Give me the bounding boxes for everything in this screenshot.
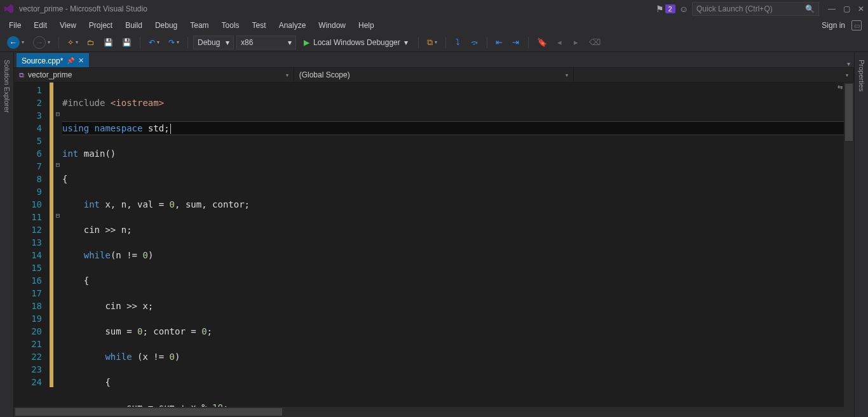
nav-back-button[interactable]: ←▾	[4, 36, 27, 50]
close-tab-icon[interactable]: ✕	[78, 56, 84, 65]
bookmark-icon: 🔖	[537, 37, 547, 47]
title-bar: vector_prime - Microsoft Visual Studio ⚑…	[0, 0, 868, 18]
step-into-button[interactable]: ⤵	[451, 36, 465, 50]
pin-icon[interactable]: 📌	[67, 57, 74, 64]
document-tab-row: Source.cpp* 📌 ✕ ▾	[14, 52, 854, 67]
search-icon: 🔍	[805, 4, 815, 13]
quick-launch-placeholder: Quick Launch (Ctrl+Q)	[696, 4, 801, 13]
outdent-icon: ⇤	[496, 37, 503, 47]
tab-list-dropdown[interactable]: ▾	[843, 60, 854, 67]
navigation-bar: ⧉vector_prime ▾ (Global Scope)▾ ▾	[14, 67, 854, 83]
solution-explorer-tab[interactable]: Solution Explorer	[3, 56, 11, 117]
split-editor-icon[interactable]: ⇆	[837, 84, 843, 91]
notifications-button[interactable]: ⚑ 2	[656, 4, 675, 14]
properties-tab[interactable]: Properties	[858, 56, 865, 95]
arrow-left-icon: ←	[7, 36, 20, 49]
save-all-button[interactable]: 💾	[119, 36, 135, 50]
right-tool-rail: Properties	[854, 52, 868, 417]
minimize-button[interactable]: —	[828, 4, 836, 13]
menu-tools[interactable]: Tools	[217, 19, 245, 32]
start-debugging-button[interactable]: ▶ Local Windows Debugger ▾	[299, 36, 413, 50]
project-dropdown[interactable]: ⧉vector_prime ▾	[14, 68, 294, 82]
menu-test[interactable]: Test	[247, 19, 271, 32]
new-project-icon: ✧	[67, 38, 74, 47]
document-tab[interactable]: Source.cpp* 📌 ✕	[17, 53, 89, 67]
open-file-button[interactable]: 🗀	[84, 36, 98, 50]
play-icon: ▶	[304, 38, 309, 47]
notification-count: 2	[665, 4, 675, 13]
text-cursor	[170, 124, 171, 134]
solution-platform-dropdown[interactable]: x86▾	[236, 36, 296, 50]
indent-icon: ⇥	[512, 37, 519, 47]
menu-project[interactable]: Project	[84, 19, 118, 32]
clear-bookmarks-icon: ⌫	[589, 37, 600, 47]
menu-debug[interactable]: Debug	[150, 19, 182, 32]
menu-build[interactable]: Build	[120, 19, 147, 32]
code-area[interactable]: #include <iostream> using namespace std;…	[62, 83, 854, 417]
standard-toolbar: ←▾ →▾ ✧▾ 🗀 💾 💾 ↶▾ ↷▾ Debug▾ x86▾ ▶ Local…	[0, 33, 868, 52]
process-icon: ⧉	[427, 37, 433, 48]
clear-bookmarks-button[interactable]: ⌫	[586, 36, 604, 50]
process-button[interactable]: ⧉▾	[424, 36, 440, 50]
indent-less-button[interactable]: ⇤	[492, 36, 506, 50]
redo-icon: ↷	[168, 38, 175, 47]
new-project-button[interactable]: ✧▾	[64, 36, 81, 50]
save-button[interactable]: 💾	[100, 36, 116, 50]
tab-title: Source.cpp*	[22, 56, 63, 65]
solution-config-dropdown[interactable]: Debug▾	[193, 36, 234, 50]
code-editor[interactable]: 12 34 56 78 910 1112 1314 1516 1718 1920…	[14, 83, 854, 417]
step-over-icon: ⤼	[471, 37, 478, 47]
menu-analyze[interactable]: Analyze	[274, 19, 311, 32]
save-icon: 💾	[104, 38, 113, 47]
menu-bar: File Edit View Project Build Debug Team …	[0, 18, 868, 33]
outlining-margin[interactable]: ⊟ ⊟ ⊟	[53, 83, 62, 417]
menu-edit[interactable]: Edit	[29, 19, 52, 32]
quick-launch-input[interactable]: Quick Launch (Ctrl+Q) 🔍	[692, 2, 819, 16]
horizontal-scrollbar[interactable]	[14, 407, 844, 417]
avatar-icon[interactable]: ▭	[851, 20, 862, 30]
vertical-scrollbar[interactable]	[844, 83, 854, 417]
cpp-project-icon: ⧉	[19, 71, 24, 79]
arrow-right-icon: →	[33, 36, 46, 49]
undo-icon: ↶	[149, 38, 155, 47]
next-bookmark-icon: ▸	[574, 37, 578, 47]
maximize-button[interactable]: ▢	[843, 4, 850, 13]
window-title: vector_prime - Microsoft Visual Studio	[19, 4, 147, 13]
redo-button[interactable]: ↷▾	[165, 36, 182, 50]
menu-view[interactable]: View	[55, 19, 81, 32]
vs-logo-icon	[4, 4, 14, 14]
bookmark-button[interactable]: 🔖	[534, 36, 550, 50]
nav-forward-button[interactable]: →▾	[30, 36, 53, 50]
save-all-icon: 💾	[122, 38, 132, 47]
prev-bookmark-button[interactable]: ◂	[553, 36, 567, 50]
menu-team[interactable]: Team	[185, 19, 214, 32]
step-into-icon: ⤵	[456, 37, 460, 47]
undo-button[interactable]: ↶▾	[146, 36, 163, 50]
menu-window[interactable]: Window	[313, 19, 351, 32]
sign-in-link[interactable]: Sign in	[822, 21, 845, 30]
close-button[interactable]: ✕	[858, 4, 864, 13]
menu-help[interactable]: Help	[353, 19, 379, 32]
open-folder-icon: 🗀	[87, 38, 95, 47]
scope-dropdown[interactable]: (Global Scope)▾	[294, 68, 574, 82]
step-over-button[interactable]: ⤼	[468, 36, 482, 50]
flag-icon: ⚑	[656, 4, 664, 14]
prev-bookmark-icon: ◂	[557, 37, 562, 47]
member-dropdown[interactable]: ▾	[574, 68, 854, 82]
feedback-icon[interactable]: ☺	[679, 4, 688, 14]
next-bookmark-button[interactable]: ▸	[569, 36, 583, 50]
indent-more-button[interactable]: ⇥	[509, 36, 523, 50]
line-number-gutter: 12 34 56 78 910 1112 1314 1516 1718 1920…	[14, 83, 50, 417]
menu-file[interactable]: File	[4, 19, 26, 32]
left-tool-rail: Solution Explorer	[0, 52, 14, 417]
